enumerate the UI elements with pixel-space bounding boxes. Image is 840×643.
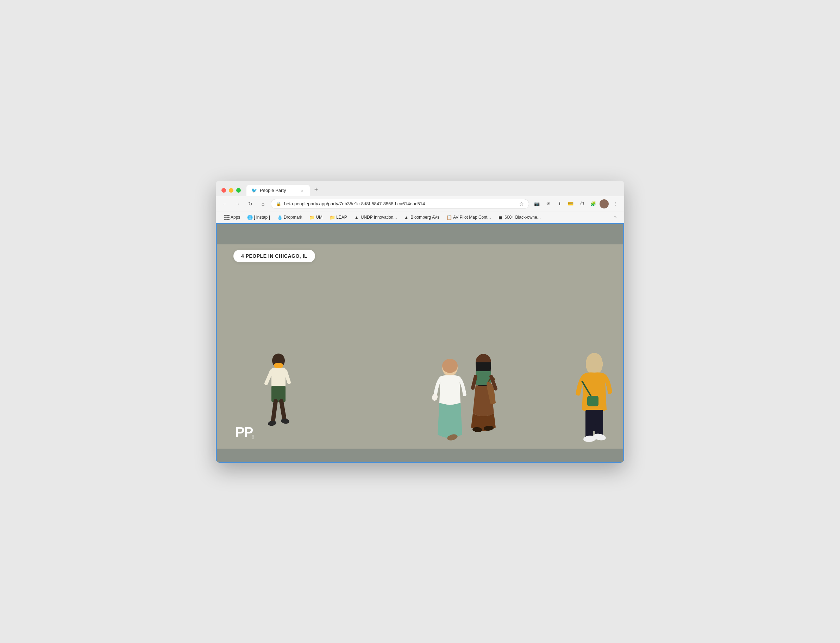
svg-point-11 — [442, 359, 458, 373]
tab-close-button[interactable]: × — [299, 188, 305, 193]
svg-point-2 — [274, 363, 283, 368]
bloomberg-label: Bloomberg AVs — [411, 215, 439, 220]
home-button[interactable]: ⌂ — [258, 199, 268, 209]
um-label: UM — [316, 215, 323, 220]
600-black-label: 600+ Black-owne... — [504, 215, 540, 220]
nav-bar: ← → ↻ ⌂ 🔒 beta.peopleparty.app/party/7eb… — [216, 196, 624, 212]
address-bar[interactable]: 🔒 beta.peopleparty.app/party/7eb35e1c-8d… — [271, 199, 529, 209]
url-text: beta.peopleparty.app/party/7eb35e1c-8d8f… — [284, 201, 517, 206]
svg-point-12 — [431, 393, 439, 401]
back-button[interactable]: ← — [220, 199, 230, 209]
menu-icon[interactable]: ⋮ — [610, 199, 620, 209]
traffic-lights — [222, 188, 241, 193]
puzzle-icon[interactable]: 🧩 — [588, 199, 598, 209]
active-tab[interactable]: 🐦 People Party × — [246, 185, 310, 196]
extensions-icon[interactable]: ✳ — [543, 199, 553, 209]
bookmark-av-pilot[interactable]: 📋 AV Pilot Map Cont... — [444, 214, 494, 221]
title-bar: 🐦 People Party × + — [216, 181, 624, 196]
refresh-button[interactable]: ↻ — [245, 199, 255, 209]
globe-icon: 🌐 — [247, 215, 252, 220]
dropmark-icon: 💧 — [277, 215, 282, 220]
new-tab-button[interactable]: + — [311, 185, 321, 195]
browser-window: 🐦 People Party × + ← → ↻ ⌂ 🔒 beta.people… — [216, 181, 624, 463]
bottom-strip — [216, 449, 624, 463]
svg-line-17 — [473, 377, 476, 388]
folder-icon: 📁 — [309, 215, 314, 220]
timer-icon[interactable]: ⏱ — [577, 199, 587, 209]
bookmark-leap[interactable]: 📁 LEAP — [327, 214, 350, 221]
tab-favicon: 🐦 — [251, 188, 257, 193]
forward-button[interactable]: → — [233, 199, 243, 209]
bookmark-instap[interactable]: 🌐 [ instap ] — [244, 214, 272, 221]
bookmark-dropmark[interactable]: 💧 Dropmark — [274, 214, 305, 221]
people-scene — [216, 223, 624, 463]
dropmark-label: Dropmark — [284, 215, 302, 220]
notion-icon: ◼ — [498, 215, 503, 220]
svg-rect-5 — [271, 386, 285, 402]
user-avatar[interactable] — [600, 199, 609, 209]
undp-label: UNDP Innovation... — [361, 215, 397, 220]
leap-label: LEAP — [336, 215, 347, 220]
bookmark-600-black[interactable]: ◼ 600+ Black-owne... — [495, 214, 543, 221]
pp-logo: PP ! — [235, 422, 256, 443]
svg-rect-1 — [271, 368, 285, 387]
svg-point-8 — [267, 420, 277, 426]
svg-text:PP: PP — [235, 424, 253, 440]
lock-icon: 🔒 — [276, 201, 281, 206]
folder-icon-2: 📁 — [329, 215, 334, 220]
drive-icon-2: ▲ — [404, 215, 409, 220]
bookmark-um[interactable]: 📁 UM — [306, 214, 325, 221]
browser-content: 4 PEOPLE IN CHICAGO, IL — [216, 223, 624, 463]
svg-line-6 — [273, 401, 276, 422]
info-icon[interactable]: ℹ — [555, 199, 564, 209]
close-button[interactable] — [222, 188, 226, 193]
wallet-icon[interactable]: 💳 — [566, 199, 576, 209]
svg-rect-22 — [587, 396, 599, 406]
drive-icon: ▲ — [354, 215, 359, 220]
apps-label: Apps — [231, 215, 240, 220]
maximize-button[interactable] — [236, 188, 241, 193]
svg-line-7 — [281, 401, 284, 420]
bookmark-undp[interactable]: ▲ UNDP Innovation... — [351, 214, 400, 221]
tab-bar: 🐦 People Party × + — [246, 185, 618, 196]
bookmark-bloomberg[interactable]: ▲ Bloomberg AVs — [401, 214, 442, 221]
apps-grid-icon — [224, 215, 230, 220]
camera-icon[interactable]: 📷 — [532, 199, 542, 209]
minimize-button[interactable] — [229, 188, 233, 193]
bookmarks-bar: Apps 🌐 [ instap ] 💧 Dropmark 📁 UM 📁 LEAP… — [216, 212, 624, 223]
evernote-icon: 📋 — [446, 215, 451, 220]
svg-point-9 — [281, 418, 290, 424]
svg-text:!: ! — [252, 434, 253, 440]
svg-line-3 — [266, 371, 271, 384]
nav-right-icons: 📷 ✳ ℹ 💳 ⏱ 🧩 ⋮ — [532, 199, 620, 209]
bookmark-star-icon[interactable]: ☆ — [519, 201, 524, 207]
tab-title: People Party — [260, 188, 297, 193]
instap-label: [ instap ] — [254, 215, 270, 220]
bookmark-apps[interactable]: Apps — [222, 214, 243, 221]
av-pilot-label: AV Pilot Map Cont... — [453, 215, 491, 220]
bookmarks-more-button[interactable]: » — [612, 214, 618, 221]
svg-line-4 — [285, 371, 289, 382]
